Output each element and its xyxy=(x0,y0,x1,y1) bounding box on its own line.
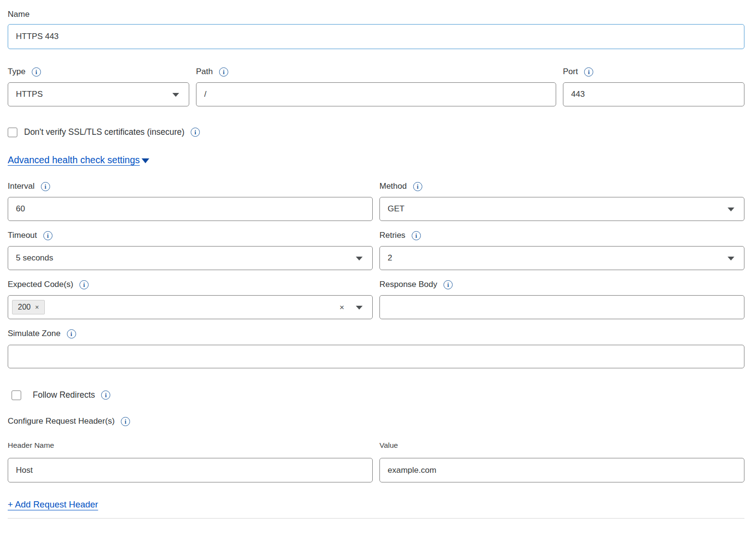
info-icon[interactable]: i xyxy=(43,231,52,240)
header-name-input[interactable] xyxy=(8,458,373,482)
header-name-label: Header Name xyxy=(8,441,373,450)
retries-select[interactable]: 2 xyxy=(379,246,744,270)
response-body-label: Response Body xyxy=(379,280,437,289)
response-body-input[interactable] xyxy=(379,295,744,319)
clear-all-icon[interactable]: × xyxy=(339,303,344,312)
port-field: Port i xyxy=(563,67,744,106)
request-header-row: Header Name Value xyxy=(8,441,744,482)
timeout-select[interactable]: 5 seconds xyxy=(8,246,373,270)
info-icon[interactable]: i xyxy=(584,67,593,77)
method-select[interactable]: GET xyxy=(379,197,744,221)
path-field: Path i xyxy=(196,67,556,106)
expected-code-chip: 200 × xyxy=(12,300,45,314)
type-path-port-row: Type i HTTPS Path i Port i xyxy=(8,67,744,106)
header-value-input[interactable] xyxy=(379,458,744,482)
retries-label: Retries xyxy=(379,231,405,240)
method-label: Method xyxy=(379,182,407,191)
advanced-settings-grid: Interval i Method i GET Timeout i 5 seco… xyxy=(8,182,744,319)
ssl-verify-checkbox-row: Don't verify SSL/TLS certificates (insec… xyxy=(8,127,744,137)
expected-codes-label: Expected Code(s) xyxy=(8,280,73,289)
info-icon[interactable]: i xyxy=(191,128,200,137)
simulate-zone-field: Simulate Zone i xyxy=(8,329,744,368)
chevron-down-icon xyxy=(356,257,363,260)
name-input[interactable] xyxy=(8,24,744,49)
interval-label: Interval xyxy=(8,182,35,191)
follow-redirects-checkbox[interactable] xyxy=(12,390,21,400)
name-field: Name xyxy=(8,10,744,49)
name-label: Name xyxy=(8,10,744,19)
expected-code-chip-value: 200 xyxy=(18,303,31,312)
add-request-header-link[interactable]: + Add Request Header xyxy=(8,499,98,510)
ssl-verify-checkbox[interactable] xyxy=(8,128,17,137)
timeout-field: Timeout i 5 seconds xyxy=(8,231,373,270)
info-icon[interactable]: i xyxy=(412,231,421,240)
expected-codes-multiselect[interactable]: 200 × × xyxy=(8,295,373,319)
type-select-value: HTTPS xyxy=(16,90,43,99)
interval-input[interactable] xyxy=(8,197,373,221)
info-icon[interactable]: i xyxy=(79,280,89,289)
path-input[interactable] xyxy=(196,82,556,106)
response-body-field: Response Body i xyxy=(379,280,744,319)
section-divider xyxy=(8,518,744,519)
follow-redirects-row: Follow Redirects i xyxy=(8,390,744,400)
retries-field: Retries i 2 xyxy=(379,231,744,270)
chevron-down-icon xyxy=(728,208,734,211)
follow-redirects-label: Follow Redirects xyxy=(33,390,95,400)
method-select-value: GET xyxy=(388,204,404,214)
request-headers-section: Configure Request Header(s) i xyxy=(8,416,744,426)
info-icon[interactable]: i xyxy=(443,280,453,289)
info-icon[interactable]: i xyxy=(67,329,76,338)
info-icon[interactable]: i xyxy=(32,67,41,77)
chevron-down-icon[interactable] xyxy=(356,306,363,310)
expected-codes-field: Expected Code(s) i 200 × × xyxy=(8,280,373,319)
port-label: Port xyxy=(563,67,578,77)
port-input[interactable] xyxy=(563,82,744,106)
interval-field: Interval i xyxy=(8,182,373,221)
header-value-label: Value xyxy=(379,441,744,450)
chip-remove-icon[interactable]: × xyxy=(35,304,39,311)
info-icon[interactable]: i xyxy=(41,182,50,191)
advanced-settings-toggle[interactable]: Advanced health check settings xyxy=(8,155,744,166)
chevron-down-icon xyxy=(142,158,149,163)
chevron-down-icon xyxy=(172,93,179,97)
timeout-label: Timeout xyxy=(8,231,37,240)
info-icon[interactable]: i xyxy=(101,390,110,400)
advanced-settings-link[interactable]: Advanced health check settings xyxy=(8,155,140,166)
type-field: Type i HTTPS xyxy=(8,67,189,106)
simulate-zone-label: Simulate Zone xyxy=(8,329,61,338)
info-icon[interactable]: i xyxy=(413,182,422,191)
type-select[interactable]: HTTPS xyxy=(8,82,189,106)
simulate-zone-input[interactable] xyxy=(8,345,744,368)
configure-request-headers-label: Configure Request Header(s) xyxy=(8,416,115,426)
header-name-field: Header Name xyxy=(8,441,373,482)
ssl-verify-label: Don't verify SSL/TLS certificates (insec… xyxy=(24,127,184,137)
type-label: Type xyxy=(8,67,26,77)
header-value-field: Value xyxy=(379,441,744,482)
method-field: Method i GET xyxy=(379,182,744,221)
timeout-select-value: 5 seconds xyxy=(16,253,53,263)
info-icon[interactable]: i xyxy=(121,417,130,426)
chevron-down-icon xyxy=(728,257,734,260)
path-label: Path xyxy=(196,67,213,77)
info-icon[interactable]: i xyxy=(219,67,228,77)
retries-select-value: 2 xyxy=(388,253,392,263)
